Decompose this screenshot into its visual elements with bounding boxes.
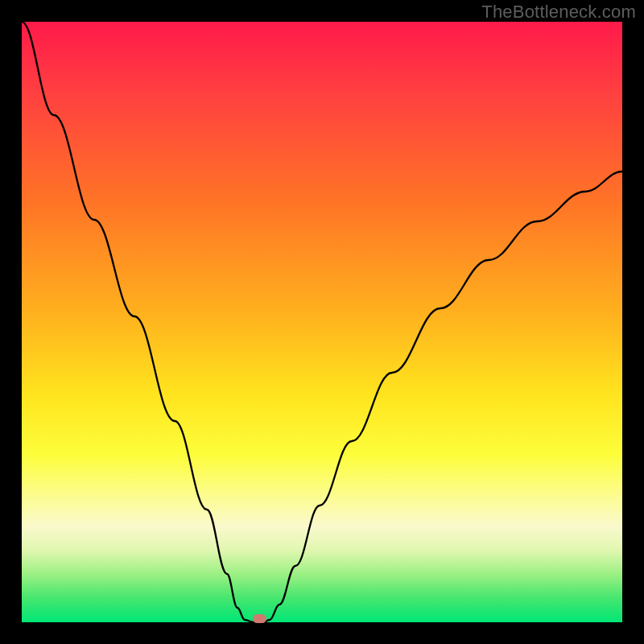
chart-frame: TheBottleneck.com: [0, 0, 644, 644]
bottleneck-curve: [22, 22, 622, 622]
chart-plot-area: [22, 22, 622, 622]
watermark-text: TheBottleneck.com: [481, 2, 636, 23]
optimal-marker: [253, 614, 266, 623]
